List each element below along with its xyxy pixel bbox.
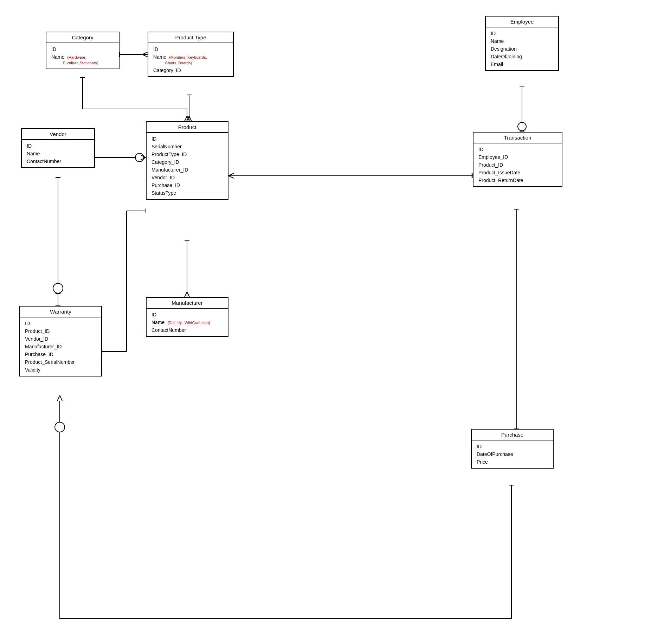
entity-transaction: Transaction ID Employee_ID Product_ID Pr… (473, 132, 562, 187)
svg-line-25 (141, 155, 146, 157)
prod-attr-ptid: ProductType_ID (152, 150, 223, 158)
emp-attr-email: Email (491, 60, 553, 68)
emp-attr-id: ID (491, 30, 553, 37)
trans-attr-prodid: Product_ID (478, 161, 557, 169)
entity-warranty: Warranty ID Product_ID Vendor_ID Manufac… (19, 306, 102, 376)
pt-attr-category-id: Category_ID (153, 66, 228, 74)
vendor-title: Vendor (22, 129, 94, 140)
vendor-attr-contact: ContactNumber (27, 157, 89, 165)
svg-line-31 (228, 176, 234, 178)
pur-attr-price: Price (477, 458, 548, 466)
employee-title: Employee (486, 17, 558, 27)
entity-purchase: Purchase ID DateOfPurchase Price (471, 429, 554, 469)
pt-attr-id: ID (153, 45, 228, 53)
product-type-title: Product Type (148, 32, 233, 43)
purchase-title: Purchase (472, 430, 553, 440)
war-attr-validity: Validity (25, 366, 96, 374)
prod-attr-manid: Manufacturer_ID (152, 166, 223, 174)
svg-line-37 (187, 292, 189, 297)
entity-category: Category ID Name {Hardware, Furniture,St… (46, 32, 120, 69)
pur-attr-id: ID (477, 443, 548, 450)
war-attr-purid: Purchase_ID (25, 350, 96, 358)
svg-point-53 (55, 422, 65, 432)
svg-line-1 (142, 52, 148, 54)
svg-line-52 (60, 395, 62, 401)
prod-attr-id: ID (152, 135, 223, 143)
vendor-attr-id: ID (27, 142, 89, 150)
pur-attr-dop: DateOfPurchase (477, 450, 548, 458)
category-attr-id: ID (51, 45, 114, 53)
man-attr-id: ID (152, 311, 223, 318)
prod-attr-serial: SerialNumber (152, 143, 223, 150)
manufacturer-title: Manufacturer (147, 298, 228, 309)
entity-employee: Employee ID Name Designation DateOfJoini… (485, 16, 559, 71)
svg-line-2 (142, 54, 148, 57)
trans-attr-issue: Product_IssueDate (478, 169, 557, 176)
war-attr-id: ID (25, 320, 96, 327)
entity-manufacturer: Manufacturer ID Name {Dell, Hp, WildCraf… (146, 297, 228, 337)
svg-line-10 (185, 116, 187, 121)
svg-line-26 (141, 157, 146, 160)
svg-point-41 (53, 283, 63, 293)
svg-line-51 (57, 395, 60, 401)
svg-line-11 (187, 116, 189, 121)
svg-point-19 (518, 122, 526, 131)
category-attr-name: Name {Hardware, Furniture,Stationary} (51, 53, 114, 66)
category-title: Category (46, 32, 119, 43)
transaction-title: Transaction (473, 133, 562, 143)
svg-line-15 (189, 116, 192, 121)
erd-diagram: Category ID Name {Hardware, Furniture,St… (0, 0, 651, 644)
prod-attr-catid: Category_ID (152, 158, 223, 166)
war-attr-manid: Manufacturer_ID (25, 343, 96, 350)
entity-product-type: Product Type ID Name {Moniters, Keyboard… (148, 32, 234, 77)
prod-attr-purid: Purchase_ID (152, 181, 223, 189)
emp-attr-name: Name (491, 37, 553, 45)
prod-attr-venid: Vendor_ID (152, 174, 223, 181)
product-title: Product (147, 122, 228, 133)
vendor-attr-name: Name (27, 150, 89, 157)
entity-product: Product ID SerialNumber ProductType_ID C… (146, 121, 228, 200)
war-attr-serial: Product_SerialNumber (25, 358, 96, 366)
emp-attr-doj: DateOfJoining (491, 53, 553, 60)
entity-vendor: Vendor ID Name ContactNumber (21, 128, 95, 168)
svg-line-30 (228, 173, 234, 176)
trans-attr-empid: Employee_ID (478, 153, 557, 161)
svg-line-16 (187, 116, 189, 121)
trans-attr-return: Product_ReturnDate (478, 176, 557, 184)
svg-point-24 (135, 153, 144, 162)
war-attr-venid: Vendor_ID (25, 335, 96, 343)
man-attr-contact: ContactNumber (152, 326, 223, 334)
war-attr-prodid: Product_ID (25, 327, 96, 335)
trans-attr-id: ID (478, 146, 557, 153)
svg-line-36 (185, 292, 187, 297)
prod-attr-status: StatusType (152, 189, 223, 197)
emp-attr-designation: Designation (491, 45, 553, 53)
man-attr-name: Name {Dell, Hp, WildCraft,Ikea} (152, 318, 223, 326)
pt-attr-name: Name {Moniters, Keyboards, Chairs, Board… (153, 53, 228, 66)
warranty-title: Warranty (20, 307, 101, 317)
